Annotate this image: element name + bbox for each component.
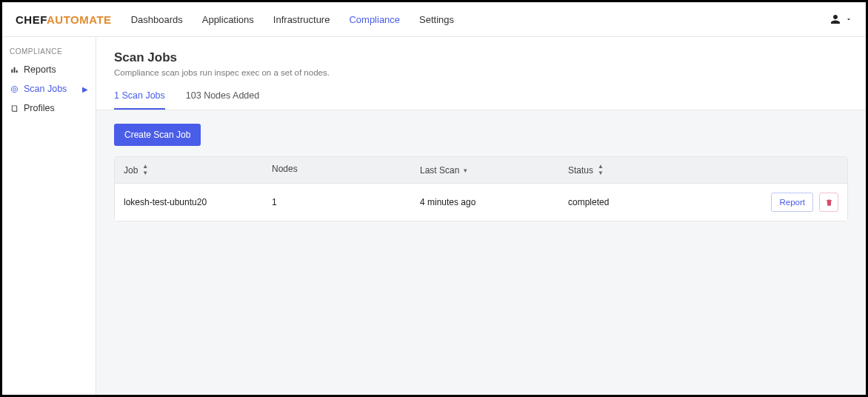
column-header-label: Last Scan — [420, 165, 459, 176]
cell-status: completed — [568, 197, 716, 207]
user-icon — [829, 13, 842, 26]
svg-point-4 — [13, 87, 16, 90]
nav-settings[interactable]: Settings — [419, 14, 454, 25]
logo-part1: CHEF — [16, 13, 47, 26]
delete-button[interactable] — [819, 193, 838, 212]
svg-point-3 — [11, 86, 17, 92]
sidebar-item-label: Scan Jobs — [24, 84, 67, 94]
nav-applications[interactable]: Applications — [202, 14, 254, 25]
top-bar: CHEFAUTOMATE Dashboards Applications Inf… — [2, 2, 866, 37]
sidebar-item-profiles[interactable]: Profiles — [2, 99, 96, 118]
user-menu[interactable] — [829, 13, 852, 26]
table-row: lokesh-test-ubuntu20 1 4 minutes ago com… — [115, 184, 847, 221]
column-header-nodes[interactable]: Nodes — [272, 164, 420, 176]
logo: CHEFAUTOMATE — [16, 13, 112, 26]
tabs: 1 Scan Jobs 103 Nodes Added — [114, 90, 848, 110]
column-header-label: Job — [124, 165, 138, 176]
svg-rect-1 — [13, 67, 15, 72]
cell-nodes: 1 — [272, 197, 420, 207]
svg-rect-0 — [11, 69, 13, 73]
main-content: Scan Jobs Compliance scan jobs run inspe… — [96, 37, 866, 395]
column-header-label: Status — [568, 165, 593, 176]
sidebar-item-reports[interactable]: Reports — [2, 60, 96, 79]
svg-rect-2 — [16, 70, 17, 72]
report-button[interactable]: Report — [771, 193, 813, 212]
caret-down-icon: ▾ — [464, 167, 467, 174]
sort-icon: ▲▼ — [598, 164, 604, 176]
nav-compliance[interactable]: Compliance — [349, 14, 400, 25]
logo-part2: AUTOMATE — [47, 13, 112, 26]
sidebar-item-label: Reports — [24, 64, 56, 75]
column-header-job[interactable]: Job ▲▼ — [124, 164, 272, 176]
page-subtitle: Compliance scan jobs run inspec exec on … — [114, 68, 848, 77]
sidebar-item-label: Profiles — [24, 103, 55, 113]
scan-jobs-table: Job ▲▼ Nodes Last Scan ▾ Status ▲▼ — [114, 156, 848, 221]
sort-icon: ▲▼ — [142, 164, 148, 176]
trash-icon — [825, 198, 833, 207]
cell-job[interactable]: lokesh-test-ubuntu20 — [124, 197, 272, 207]
nav-dashboards[interactable]: Dashboards — [131, 14, 183, 25]
column-header-actions — [716, 164, 838, 176]
create-scan-job-button[interactable]: Create Scan Job — [114, 124, 201, 146]
sidebar: COMPLIANCE Reports Scan Jobs ▶ Profiles — [2, 37, 96, 395]
content-area: Create Scan Job Job ▲▼ Nodes Last Scan ▾ — [96, 110, 866, 235]
tab-nodes-added[interactable]: 103 Nodes Added — [186, 90, 259, 110]
table-header-row: Job ▲▼ Nodes Last Scan ▾ Status ▲▼ — [115, 157, 847, 184]
sidebar-item-scan-jobs[interactable]: Scan Jobs ▶ — [2, 79, 96, 99]
nav-infrastructure[interactable]: Infrastructure — [273, 14, 330, 25]
book-icon — [10, 104, 19, 113]
column-header-label: Nodes — [272, 164, 298, 174]
page-header: Scan Jobs Compliance scan jobs run inspe… — [96, 37, 866, 110]
column-header-last-scan[interactable]: Last Scan ▾ — [420, 164, 568, 176]
target-icon — [10, 85, 19, 93]
page-title: Scan Jobs — [114, 50, 848, 65]
chevron-right-icon: ▶ — [82, 85, 88, 93]
column-header-status[interactable]: Status ▲▼ — [568, 164, 716, 176]
top-nav: Dashboards Applications Infrastructure C… — [131, 14, 454, 25]
sidebar-heading: COMPLIANCE — [2, 47, 96, 60]
bar-chart-icon — [10, 66, 19, 74]
cell-last-scan: 4 minutes ago — [420, 197, 568, 207]
chevron-down-icon — [845, 16, 852, 23]
tab-scan-jobs[interactable]: 1 Scan Jobs — [114, 90, 165, 110]
